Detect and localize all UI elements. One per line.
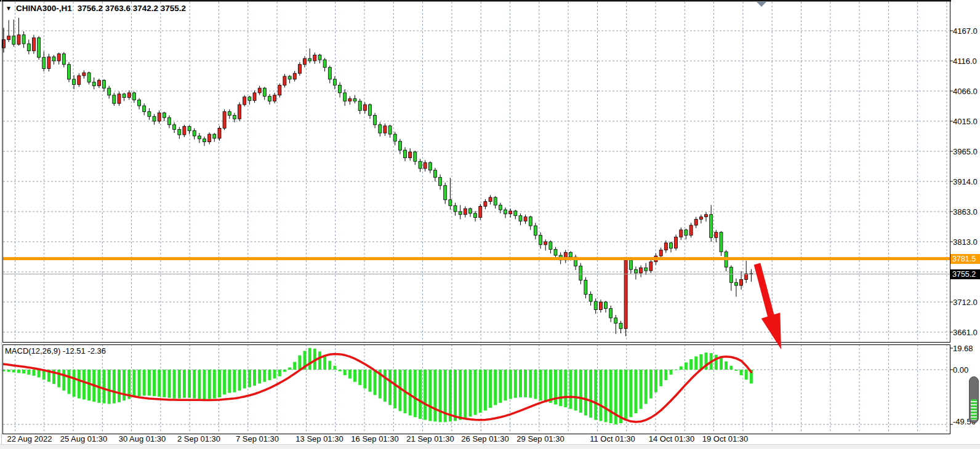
price-tick-label: 3712.0 <box>953 298 978 307</box>
time-tick-label: 2 Sep 01:30 <box>177 434 220 443</box>
price-tick-label: 3863.0 <box>953 207 978 217</box>
time-tick-label: 19 Oct 01:30 <box>702 434 748 443</box>
macd-histogram <box>2 348 753 424</box>
price-tick-label: 3914.0 <box>953 177 978 186</box>
price-tick-label: 3813.0 <box>953 237 978 247</box>
price-tick-label: 4015.0 <box>953 117 978 126</box>
time-tick-label: 26 Sep 01:30 <box>461 434 508 443</box>
chart-shift-marker[interactable] <box>757 2 766 7</box>
scrollbar-stripes <box>971 399 977 420</box>
ohlc-values: 3756.2 3763.6 3742.2 3755.2 <box>78 4 186 13</box>
symbol-ohlc-label: ▼CHINA300-,H13756.2 3763.6 3742.2 3755.2 <box>6 4 186 13</box>
time-tick-label: 16 Sep 01:30 <box>351 434 398 443</box>
time-tick-label: 21 Sep 01:30 <box>406 434 454 443</box>
chart-canvas[interactable] <box>0 0 980 449</box>
macd-indicator-label: MACD(12,26,9) -12.51 -2.36 <box>5 346 106 356</box>
time-tick-label: 30 Aug 01:30 <box>119 434 166 443</box>
grid-horizontal <box>3 31 949 424</box>
symbol-name: CHINA300-,H1 <box>16 4 72 13</box>
bid-price-badge: 3755.2 <box>950 269 980 279</box>
time-tick-label: 25 Aug 01:30 <box>60 434 108 443</box>
price-tick-label: 3661.0 <box>953 328 978 337</box>
time-tick-label: 14 Oct 01:30 <box>649 434 694 443</box>
macd-tick-label: 19.68 <box>953 344 973 353</box>
price-tick-label: 3965.0 <box>953 147 978 156</box>
down-arrow-annotation[interactable] <box>757 264 781 349</box>
expand-arrow-icon[interactable]: ▼ <box>6 5 12 12</box>
mt4-chart-window: ▼CHINA300-,H13756.2 3763.6 3742.2 3755.2… <box>0 0 980 449</box>
time-tick-label: 13 Sep 01:30 <box>295 434 343 443</box>
hline-price-badge: 3781.5 <box>950 254 980 264</box>
macd-signal-line <box>4 354 751 423</box>
window-left-edge <box>1 0 2 444</box>
price-tick-label: 4116.0 <box>953 57 977 66</box>
price-tick-label: 4066.0 <box>953 87 978 96</box>
time-tick-label: 7 Sep 01:30 <box>236 434 279 443</box>
candlestick-series <box>2 18 753 336</box>
price-tick-label: 4167.0 <box>953 26 978 36</box>
time-tick-label: 11 Oct 01:30 <box>590 434 635 443</box>
macd-tick-label: 0.00 <box>953 365 968 375</box>
time-tick-label: 29 Sep 01:30 <box>516 434 564 443</box>
time-tick-label: 22 Aug 2022 <box>7 434 52 443</box>
window-footer-strip <box>0 444 980 449</box>
scrollbar-thumb[interactable] <box>969 376 979 423</box>
